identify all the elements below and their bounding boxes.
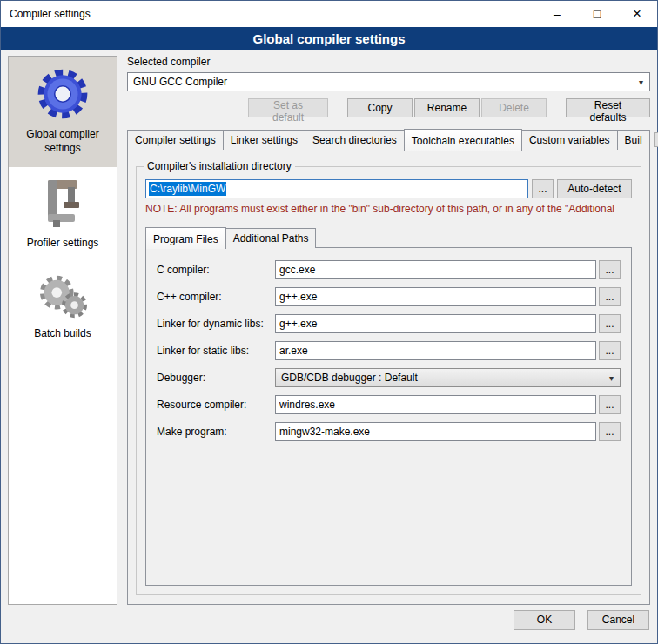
sidebar-item-label: Batch builds xyxy=(12,327,113,341)
subtab-additional-paths[interactable]: Additional Paths xyxy=(225,228,317,248)
chevron-down-icon: ▾ xyxy=(639,77,643,87)
main-panel: Selected compiler GNU GCC Compiler ▾ Set… xyxy=(127,56,650,605)
c-compiler-label: C compiler: xyxy=(157,264,275,276)
installation-directory-groupbox: Compiler's installation directory C:\ray… xyxy=(136,166,641,595)
dialog-footer: OK Cancel xyxy=(1,605,657,643)
static-linker-row: Linker for static libs: ... xyxy=(157,341,621,360)
settings-tabstrip: Compiler settings Linker settings Search… xyxy=(127,129,650,150)
debugger-select[interactable]: GDB/CDB debugger : Default ▾ xyxy=(275,368,621,387)
blue-gear-icon xyxy=(12,65,113,123)
installation-directory-browse-button[interactable]: ... xyxy=(532,179,554,198)
dynamic-linker-browse-button[interactable]: ... xyxy=(599,314,621,333)
static-linker-label: Linker for static libs: xyxy=(157,345,275,357)
static-linker-browse-button[interactable]: ... xyxy=(599,341,621,360)
window-title: Compiler settings xyxy=(1,8,91,20)
cpp-compiler-browse-button[interactable]: ... xyxy=(599,287,621,306)
tab-toolchain-executables[interactable]: Toolchain executables xyxy=(404,129,522,151)
make-program-browse-button[interactable]: ... xyxy=(599,422,621,441)
copy-button[interactable]: Copy xyxy=(347,98,413,117)
installation-directory-value: C:\raylib\MinGW xyxy=(149,182,226,196)
debugger-label: Debugger: xyxy=(157,372,275,384)
delete-button[interactable]: Delete xyxy=(481,98,547,117)
installation-directory-legend: Compiler's installation directory xyxy=(144,160,295,172)
sidebar-item-label: Global compiler settings xyxy=(12,128,113,155)
dynamic-linker-row: Linker for dynamic libs: ... xyxy=(157,314,621,333)
installation-directory-row: C:\raylib\MinGW ... Auto-detect xyxy=(145,179,632,198)
tab-custom-variables[interactable]: Custom variables xyxy=(521,130,618,150)
sidebar-item-batch-builds[interactable]: Batch builds xyxy=(9,263,117,353)
tab-build-options-truncated[interactable]: Buil xyxy=(617,130,650,150)
compiler-settings-window: Compiler settings – □ × Global compiler … xyxy=(0,0,658,644)
chevron-down-icon: ▾ xyxy=(609,373,614,383)
cpp-compiler-input[interactable] xyxy=(275,287,596,306)
dynamic-linker-label: Linker for dynamic libs: xyxy=(157,318,275,330)
program-files-tabstrip: Program Files Additional Paths xyxy=(145,227,632,248)
subtab-program-files[interactable]: Program Files xyxy=(145,227,226,249)
dialog-body: Global compiler settings Profiler settin… xyxy=(1,50,657,605)
tab-scroll-buttons: ◄ ► xyxy=(650,132,658,150)
resource-compiler-input[interactable] xyxy=(275,395,596,414)
tab-linker-settings[interactable]: Linker settings xyxy=(223,130,306,150)
cancel-button[interactable]: Cancel xyxy=(588,610,649,630)
sidebar-item-label: Profiler settings xyxy=(12,237,113,251)
maximize-button[interactable]: □ xyxy=(577,1,617,27)
gray-gears-icon xyxy=(12,272,113,322)
compiler-select-value: GNU GCC Compiler xyxy=(133,76,227,88)
titlebar: Compiler settings – □ × xyxy=(1,1,657,27)
installation-directory-input[interactable]: C:\raylib\MinGW xyxy=(145,179,528,198)
resource-compiler-label: Resource compiler: xyxy=(157,399,275,411)
debugger-row: Debugger: GDB/CDB debugger : Default ▾ xyxy=(157,368,621,387)
make-program-row: Make program: ... xyxy=(157,422,621,441)
cpp-compiler-row: C++ compiler: ... xyxy=(157,287,621,306)
make-program-input[interactable] xyxy=(275,422,596,441)
reset-defaults-button[interactable]: Reset defaults xyxy=(566,98,650,117)
cpp-compiler-label: C++ compiler: xyxy=(157,291,275,303)
dialog-header: Global compiler settings xyxy=(1,27,657,50)
minimize-button[interactable]: – xyxy=(537,1,577,27)
resource-compiler-row: Resource compiler: ... xyxy=(157,395,621,414)
sidebar-item-profiler-settings[interactable]: Profiler settings xyxy=(9,167,117,263)
program-files-panel: C compiler: ... C++ compiler: ... Linker… xyxy=(145,247,632,586)
toolchain-executables-panel: Compiler's installation directory C:\ray… xyxy=(127,149,650,605)
settings-category-list: Global compiler settings Profiler settin… xyxy=(8,56,118,605)
autodetect-button[interactable]: Auto-detect xyxy=(557,179,632,198)
selected-compiler-label: Selected compiler xyxy=(127,56,650,68)
compiler-select[interactable]: GNU GCC Compiler ▾ xyxy=(127,72,650,91)
sidebar-item-global-compiler-settings[interactable]: Global compiler settings xyxy=(9,57,117,167)
clamp-tool-icon xyxy=(12,176,113,231)
bin-subdirectory-note: NOTE: All programs must exist either in … xyxy=(145,203,632,215)
close-button[interactable]: × xyxy=(617,1,657,27)
c-compiler-row: C compiler: ... xyxy=(157,260,621,279)
resource-compiler-browse-button[interactable]: ... xyxy=(599,395,621,414)
tab-search-directories[interactable]: Search directories xyxy=(305,130,405,150)
c-compiler-input[interactable] xyxy=(275,260,596,279)
tab-scroll-left-icon[interactable]: ◄ xyxy=(654,132,658,147)
dynamic-linker-input[interactable] xyxy=(275,314,596,333)
set-as-default-button[interactable]: Set as default xyxy=(248,98,328,117)
titlebar-buttons: – □ × xyxy=(537,1,657,27)
rename-button[interactable]: Rename xyxy=(414,98,480,117)
tab-compiler-settings[interactable]: Compiler settings xyxy=(127,130,224,150)
static-linker-input[interactable] xyxy=(275,341,596,360)
make-program-label: Make program: xyxy=(157,426,275,438)
debugger-select-value: GDB/CDB debugger : Default xyxy=(281,372,418,384)
compiler-buttons-row: Set as default Copy Rename Delete Reset … xyxy=(127,98,650,117)
c-compiler-browse-button[interactable]: ... xyxy=(599,260,621,279)
ok-button[interactable]: OK xyxy=(514,610,575,630)
